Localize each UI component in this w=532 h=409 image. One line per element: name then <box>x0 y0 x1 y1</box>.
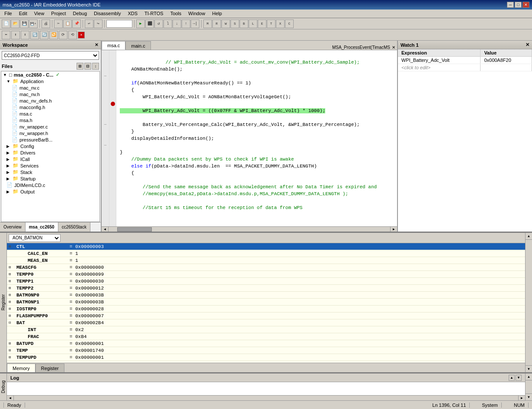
step-over-button[interactable]: ⤵ <box>163 19 172 28</box>
reg-expand-temp[interactable]: ⊞ <box>9 348 15 353</box>
log-scrollbar-v[interactable]: ▲ ▼ <box>525 374 532 400</box>
files-btn2[interactable]: ⊟ <box>84 63 91 70</box>
scroll-left-button[interactable]: ◀ <box>102 227 109 232</box>
menu-project[interactable]: Project <box>48 10 68 17</box>
reg-scroll-down[interactable]: ▼ <box>526 365 532 372</box>
tree-item-output[interactable]: ▶ 📁 Output <box>1 188 99 195</box>
bp-btn[interactable]: B <box>240 19 248 28</box>
tree-item-stack[interactable]: ▶ 📁 Stack <box>1 169 99 175</box>
watch-close-button[interactable]: ✕ <box>526 42 529 48</box>
tree-item-config[interactable]: ▶ 📁 Config <box>1 143 99 149</box>
reg-scrollbar[interactable]: ▲ ▼ <box>525 233 532 372</box>
redo-button[interactable]: ↪ <box>94 19 103 28</box>
tree-item-icall[interactable]: ▶ 📁 ICall <box>1 156 99 162</box>
log-scroll-down-btn[interactable]: ▼ <box>516 375 522 381</box>
tree-item-msa-c[interactable]: 📄 msa.c <box>1 110 99 117</box>
tree-item-application[interactable]: ▼ 📁 Application <box>1 78 99 84</box>
fold-marker-1[interactable]: ─ <box>102 73 109 80</box>
menu-xds[interactable]: XDS <box>125 10 140 17</box>
register-dropdown[interactable]: AON_BATMON <box>9 234 61 242</box>
workspace-dropdown[interactable]: CC2650-PG2-FFD <box>2 51 99 60</box>
save-all-button[interactable]: 💾+ <box>29 19 38 28</box>
tb2-btn2[interactable]: ⬆ <box>11 31 20 39</box>
log-scroll-left[interactable]: ◀ <box>7 396 14 400</box>
menu-help[interactable]: Help <box>209 10 224 17</box>
reg-expand-bat[interactable]: ⊟ <box>9 320 15 325</box>
reg-row-tempp2[interactable]: ⊞ TEMPP2 = 0x00000012 <box>7 285 525 292</box>
bottom-tab-memory[interactable]: Memory <box>7 364 35 372</box>
code-content[interactable]: // WPI_Battery_Adc_Volt = adc_count_mv_c… <box>116 50 397 226</box>
reg-expand-flashpumpp0[interactable]: ⊞ <box>9 313 15 318</box>
debug-restart-button[interactable]: ↺ <box>154 19 163 28</box>
editor-tab-msa[interactable]: msa.c <box>102 41 125 50</box>
step-out-button[interactable]: ↑ <box>182 19 190 28</box>
tree-item-root[interactable]: ▼ □ msa_cc2650 - C... ✓ <box>1 71 99 78</box>
tb2-btn4[interactable]: 🔃 <box>30 31 39 39</box>
reg-expand-tempp2[interactable]: ⊞ <box>9 286 15 290</box>
tree-item-nv-wrapper-c[interactable]: 📄 nv_wrapper.c <box>1 123 99 130</box>
ws-tab-stack[interactable]: cc2650Stack <box>58 222 90 232</box>
bottom-tab-register[interactable]: Register <box>35 364 64 372</box>
reg-expand-batmonp1[interactable]: ⊞ <box>9 300 15 304</box>
menu-ti-rtos[interactable]: TI-RTOS <box>142 10 166 17</box>
tb2-btn8[interactable]: ⟲ <box>68 31 77 39</box>
reg-row-frac[interactable]: FRAC = 0xB4 <box>7 333 525 340</box>
tree-item-pressure[interactable]: 📄 pressureBarB... <box>1 136 99 143</box>
fold-marker-2[interactable]: ─ <box>102 121 109 128</box>
tree-item-services[interactable]: ▶ 📁 Services <box>1 162 99 169</box>
save-button[interactable]: 💾 <box>20 19 29 28</box>
menu-debug[interactable]: Debug <box>71 10 90 17</box>
ws-tab-msa[interactable]: msa_cc2650 <box>26 222 58 232</box>
reg-row-bat[interactable]: ⊟ BAT = 0x000002B4 <box>7 319 525 326</box>
run-to-cursor-button[interactable]: →| <box>191 19 199 28</box>
minimize-button[interactable]: ─ <box>507 2 514 8</box>
tree-item-startup[interactable]: ▶ 📁 Startup <box>1 175 99 182</box>
tree-item-mac-nv-c[interactable]: 📄 mac_nv.c <box>1 84 99 91</box>
tb2-btn5[interactable]: 🔄 <box>40 31 48 39</box>
new-button[interactable]: 📄 <box>2 19 10 28</box>
files-btn1[interactable]: ⊞ <box>77 63 83 70</box>
watch-row-0[interactable]: WPI_Battery_Adc_Volt 0x000A8F20 <box>398 57 532 64</box>
log-vscroll-down[interactable]: ▼ <box>526 393 532 400</box>
tree-item-mac-nv-h[interactable]: 📄 mac_nv.h <box>1 91 99 97</box>
tree-item-drivers[interactable]: ▶ 📁 Drivers <box>1 149 99 156</box>
extra-btn4[interactable]: C <box>285 19 294 28</box>
reg-row-flashpumpp0[interactable]: ⊞ FLASHPUMPP0 = 0x00000007 <box>7 312 525 319</box>
sym-btn[interactable]: S <box>231 19 239 28</box>
log-scrollbar-h[interactable]: ◀ ▶ <box>7 395 525 400</box>
watch-btn[interactable]: W <box>221 19 230 28</box>
reg-expand-tempp0[interactable]: ⊞ <box>9 272 15 277</box>
editor-tab-main[interactable]: main.c <box>125 41 151 50</box>
reg-row-batmonp0[interactable]: ⊞ BATMONP0 = 0x0000003B <box>7 292 525 299</box>
debug-break-button[interactable]: ⬛ <box>145 19 154 28</box>
workspace-close-button[interactable]: ✕ <box>95 42 98 47</box>
mem-btn[interactable]: M <box>203 19 212 28</box>
editor-scrollbar-horizontal[interactable]: ◀ ▶ <box>102 226 397 232</box>
reg-row-iostrp0[interactable]: ⊞ IOSTRP0 = 0x00000028 <box>7 306 525 312</box>
log-vscroll-up[interactable]: ▲ <box>526 374 532 380</box>
reg-row-batupd[interactable]: ⊞ BATUPD = 0x00000001 <box>7 340 525 347</box>
menu-view[interactable]: View <box>32 10 47 17</box>
reg-row-temp[interactable]: ⊞ TEMP = 0x00001740 <box>7 347 525 354</box>
tree-item-nv-wrapper-h[interactable]: 📄 nv_wrapper.h <box>1 130 99 136</box>
files-btn3[interactable]: ↕ <box>92 63 99 70</box>
open-button[interactable]: 📂 <box>11 19 19 28</box>
reg-expand-ctl[interactable]: ⊞ <box>9 244 15 249</box>
tb2-btn7[interactable]: ⟳ <box>59 31 67 39</box>
reg-expand-meascfg[interactable]: ⊞ <box>9 265 15 270</box>
reg-expand-batupd[interactable]: ⊞ <box>9 341 15 346</box>
tree-item-mac-nv-defs-h[interactable]: 📄 mac_nv_defs.h <box>1 97 99 104</box>
debug-go-button[interactable]: ▶ <box>136 19 145 28</box>
reg-row-tempp1[interactable]: ⊞ TEMPP1 = 0x00000030 <box>7 278 525 285</box>
paste-button[interactable]: 📌 <box>72 19 81 28</box>
log-scroll-up-btn[interactable]: ▲ <box>509 375 515 381</box>
watch-expression-edit[interactable]: <click to edit> <box>398 64 481 71</box>
reg-row-ctl[interactable]: ⊞ CTL = 0x00000003 <box>7 243 525 250</box>
ws-tab-overview[interactable]: Overview <box>0 222 26 232</box>
menu-window[interactable]: Window <box>186 10 208 17</box>
scrollbar-thumb-h[interactable] <box>117 227 152 232</box>
reg-scroll-up[interactable]: ▲ <box>526 233 532 240</box>
reg-row-tempp0[interactable]: ⊞ TEMPP0 = 0x00000099 <box>7 271 525 278</box>
tb2-btn1[interactable]: ⬅ <box>2 31 10 39</box>
menu-disassembly[interactable]: Disassembly <box>91 10 123 17</box>
